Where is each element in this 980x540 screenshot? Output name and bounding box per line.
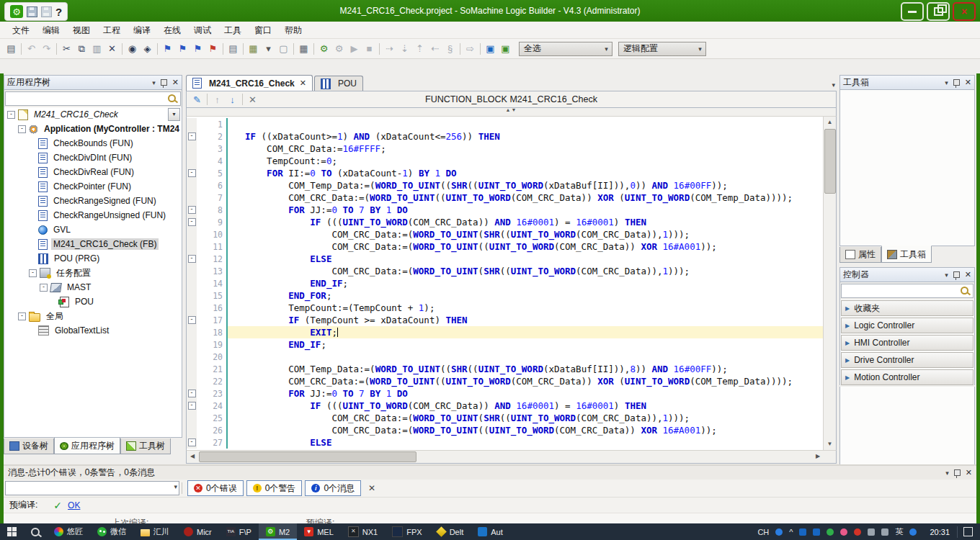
tree-item-checkrangesigned-fun-[interactable]: CheckRangeSigned (FUN) [4,194,182,208]
toolbar-insert-grid-icon[interactable]: ▦ [246,41,261,56]
scroll-down-icon[interactable]: ▼ [824,438,836,450]
code-line-15[interactable]: 15 END_FOR; [187,289,824,302]
tree-item-m241-crc16-check[interactable]: -M241_CRC16_Check▾ [4,107,182,122]
toolbar-bookmark-clear-icon[interactable]: ⚑ [205,41,220,56]
toolbar-login-monitor-icon[interactable]: ▣ [483,41,498,56]
pin-icon[interactable] [161,79,167,86]
tray-icon-gray[interactable] [868,528,875,536]
fold-collapse-icon[interactable]: - [188,390,196,397]
tray-text-10[interactable]: 英 [895,526,903,537]
pin-icon[interactable] [953,271,960,278]
tree-item-pou[interactable]: POU [4,294,182,309]
horizontal-scrollbar[interactable]: ◀ ▶ [186,450,837,464]
scroll-up-icon[interactable]: ▲ [824,117,836,128]
toolbar-undo-icon[interactable]: ↶ [24,41,39,56]
toolbar-bookmark-next-icon[interactable]: ⚑ [175,41,190,56]
toolbar-build-offline-icon[interactable]: ⚙ [331,41,347,56]
toolbar-new-object-icon[interactable]: ▢ [276,41,291,56]
vertical-scrollbar[interactable]: ▲ ▼ [823,117,836,450]
tray-icon-gray[interactable] [881,528,888,536]
fold-collapse-icon[interactable]: - [188,132,196,140]
message-category-dropdown[interactable]: ▾ [5,481,179,495]
tab-设备树[interactable]: 设备树 [4,438,54,454]
tray-icon-blue-sq[interactable] [799,528,806,536]
code-line-3[interactable]: 3 COM_CRC_Data:=16#FFFF; [187,143,824,155]
tab-属性[interactable]: 属性 [839,247,881,263]
chevron-down-icon[interactable]: ▾ [152,79,156,86]
app-huichuan[interactable]: 汇川 [133,523,177,540]
code-line-4[interactable]: 4 TempCount:=0; [187,155,824,167]
tree-item--[interactable]: -任务配置 [4,266,182,280]
tray-text-2[interactable]: ^ [789,528,793,536]
tree-item-checkpointer-fun-[interactable]: CheckPointer (FUN) [4,179,182,194]
tree-item-checkdivdint-fun-[interactable]: CheckDivDInt (FUN) [4,150,182,165]
controller-category-drive-controller[interactable]: ▶Drive Controller [841,352,974,368]
tree-expander-icon[interactable]: - [7,111,15,119]
tray-icon-blue-round[interactable] [775,528,783,536]
tray-icon-red[interactable] [854,528,861,536]
code-line-11[interactable]: 11 COM_CRC_Data:=(WORD_TO_UINT((UINT_TO_… [187,240,824,253]
fold-collapse-icon[interactable]: - [188,206,196,214]
tree-expander-icon[interactable]: - [18,125,26,133]
chevron-down-icon[interactable]: ▾ [945,271,948,279]
code-line-9[interactable]: -9 IF (((UINT_TO_WORD(COM_CRC_Data)) AND… [187,216,824,228]
tray-icon-pink[interactable] [840,528,847,536]
app-delta[interactable]: Delt [429,523,471,540]
tree-item-checkdivreal-fun-[interactable]: CheckDivReal (FUN) [4,165,182,179]
tree-search-input[interactable] [5,91,181,106]
menu-item-6[interactable]: 调试 [187,23,218,37]
configuration-selector-dropdown[interactable]: 逻辑配置 ▾ [618,42,706,56]
menu-item-8[interactable]: 窗口 [248,23,278,37]
fold-collapse-icon[interactable]: - [188,218,196,226]
toolbar-replace-icon[interactable]: ◈ [140,41,155,56]
messages-filter-button[interactable]: i0个消息 [305,480,361,496]
pin-icon[interactable] [953,79,960,86]
toolbar-next-step-icon[interactable]: ⇨ [463,41,478,56]
device-selector-dropdown[interactable]: 全选 ▾ [519,42,612,56]
toolbar-bookmark-toggle-icon[interactable]: ⚑ [160,41,175,56]
menu-item-7[interactable]: 工具 [218,23,248,37]
controller-category-hmi-controller[interactable]: ▶HMI Controller [841,335,974,351]
toolbar-build-icon[interactable]: ⚙ [316,41,331,56]
editor-move-down-icon[interactable]: ↓ [225,92,240,107]
code-line-19[interactable]: 19 END_IF; [187,338,824,351]
app-somachine[interactable]: ⚙M2 [259,523,297,540]
code-line-13[interactable]: 13 COM_CRC_Data:=(WORD_TO_UINT(SHR((UINT… [187,265,824,277]
toolbar-print-icon[interactable]: ▤ [4,41,19,56]
chevron-down-icon[interactable]: ▾ [945,79,948,86]
code-line-27[interactable]: -27 ELSE [187,436,824,449]
app-fpx[interactable]: FPX [385,523,429,540]
scroll-left-icon[interactable]: ◀ [187,451,198,462]
tree-item-gvl[interactable]: GVL [4,222,182,237]
menu-item-2[interactable]: 视图 [66,23,97,37]
menu-item-9[interactable]: 帮助 [278,23,308,37]
fold-collapse-icon[interactable]: - [188,438,196,446]
fold-collapse-icon[interactable]: - [188,402,196,410]
controller-category-收藏夹[interactable]: ▶收藏夹 [841,300,974,316]
tree-item-checkbounds-fun-[interactable]: CheckBounds (FUN) [4,136,182,150]
controller-category-motion-controller[interactable]: ▶Motion Controller [841,369,974,385]
tab-工具树[interactable]: 工具树 [120,438,171,454]
close-button[interactable]: × [953,2,976,21]
clear-messages-icon[interactable]: ✕ [368,483,375,493]
pin-icon[interactable] [954,469,961,476]
code-line-16[interactable]: 16 TempCount:=(TempCount + 1); [187,302,824,314]
minimize-button[interactable] [901,2,924,21]
tree-item-mast[interactable]: -MAST [4,280,182,294]
search-button[interactable] [24,523,47,540]
menu-item-4[interactable]: 编译 [127,23,157,37]
app-youjiang[interactable]: 悠匠 [47,523,90,540]
toolbar-step-into-icon[interactable]: ⇣ [397,41,412,56]
declaration-splitter[interactable]: ▲▼ [186,108,837,117]
tray-icon-blue-round[interactable] [909,528,917,536]
tab-应用程序树[interactable]: 应用程序树 [54,437,120,454]
toolbar-delete-icon[interactable]: ✕ [104,41,120,56]
toolbar-find-icon[interactable]: ◉ [125,41,140,56]
toolbar-paste-icon[interactable]: ▥ [89,41,104,56]
app-melsoft[interactable]: ▼MEL [297,523,341,540]
tree-expander-icon[interactable]: - [18,312,26,320]
fold-collapse-icon[interactable]: - [188,255,196,263]
fold-collapse-icon[interactable]: - [188,169,196,177]
tree-expander-icon[interactable]: - [40,284,48,292]
menu-item-1[interactable]: 编辑 [36,23,66,37]
